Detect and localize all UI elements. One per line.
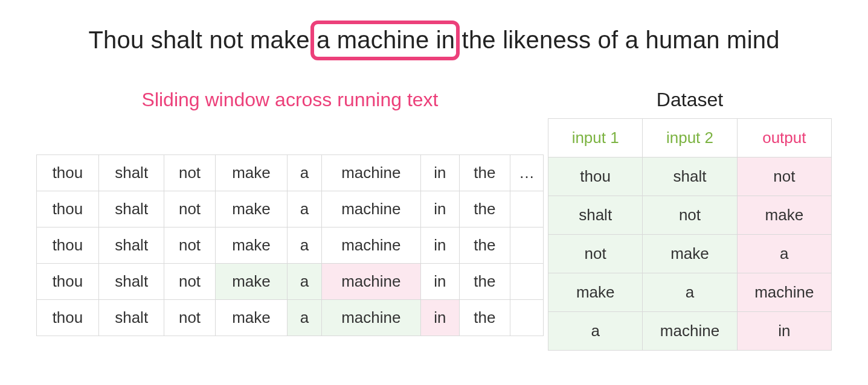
token-cell: in — [421, 264, 460, 300]
token-cell: not — [164, 228, 215, 264]
token-cell: shalt — [98, 300, 164, 336]
token-cell: make — [215, 264, 288, 300]
token-cell: thou — [37, 228, 99, 264]
columns-row: Sliding window across running text thous… — [0, 89, 868, 351]
token-cell: in — [421, 155, 460, 191]
output-cell: make — [737, 196, 831, 235]
token-cell: make — [215, 228, 288, 264]
token-cell: the — [459, 228, 510, 264]
token-cell: shalt — [98, 191, 164, 228]
input-cell: a — [643, 273, 737, 312]
sentence-word: Thou — [88, 27, 144, 53]
token-cell: machine — [321, 228, 421, 264]
ellipsis-cell — [510, 300, 544, 336]
token-cell: thou — [37, 155, 99, 191]
input-cell: not — [643, 196, 737, 235]
output-cell: in — [737, 312, 831, 351]
token-cell: the — [459, 155, 510, 191]
token-cell: not — [164, 264, 215, 300]
output-cell: a — [737, 235, 831, 273]
token-cell: make — [215, 191, 288, 228]
token-cell: a — [288, 155, 321, 191]
input-cell: a — [548, 312, 643, 351]
sliding-window-table: thoushaltnotmakeamachineinthe…thoushaltn… — [36, 154, 544, 336]
token-cell: make — [215, 155, 288, 191]
token-cell: the — [459, 264, 510, 300]
ellipsis-cell: … — [510, 155, 544, 191]
sentence-word: the — [462, 27, 496, 53]
token-cell: a — [288, 191, 321, 228]
table-row: makeamachine — [548, 273, 832, 312]
output-cell: not — [737, 158, 831, 196]
ellipsis-cell — [510, 191, 544, 228]
ellipsis-cell — [510, 228, 544, 264]
header-input: input 1 — [548, 119, 643, 158]
sentence-word: in — [436, 27, 455, 53]
token-cell: machine — [321, 300, 421, 336]
token-cell: a — [288, 228, 321, 264]
token-cell: a — [288, 300, 321, 336]
sentence-word: not — [210, 27, 243, 53]
table-row: thoushaltnot — [548, 158, 832, 196]
sentence-word: of — [598, 27, 619, 53]
table-header-row: input 1input 2output — [548, 119, 832, 158]
table-row: notmakea — [548, 235, 832, 273]
input-cell: shalt — [548, 196, 643, 235]
title-sentence: Thou shalt not make a machine in the lik… — [0, 27, 868, 54]
table-row: thoushaltnotmakeamachineinthe… — [37, 155, 544, 191]
token-cell: in — [421, 191, 460, 228]
left-column: Sliding window across running text thous… — [36, 89, 544, 351]
token-cell: the — [459, 191, 510, 228]
token-cell: not — [164, 300, 215, 336]
token-cell: machine — [321, 155, 421, 191]
sentence-word: a — [317, 27, 330, 53]
right-caption: Dataset — [548, 89, 832, 111]
token-cell: the — [459, 300, 510, 336]
token-cell: machine — [321, 191, 421, 228]
diagram-canvas: Thou shalt not make a machine in the lik… — [0, 0, 868, 385]
token-cell: thou — [37, 191, 99, 228]
left-caption: Sliding window across running text — [36, 89, 544, 111]
sentence-word: shalt — [151, 27, 203, 53]
input-cell: make — [548, 273, 643, 312]
token-cell: a — [288, 264, 321, 300]
input-cell: thou — [548, 158, 643, 196]
table-row: thoushaltnotmakeamachineinthe — [37, 264, 544, 300]
input-cell: make — [643, 235, 737, 273]
dataset-table: input 1input 2outputthoushaltnotshaltnot… — [548, 118, 832, 351]
token-cell: in — [421, 300, 460, 336]
sentence-word: likeness — [503, 27, 591, 53]
output-cell: machine — [737, 273, 831, 312]
input-cell: not — [548, 235, 643, 273]
token-cell: not — [164, 155, 215, 191]
token-cell: shalt — [98, 155, 164, 191]
sentence-word: mind — [727, 27, 780, 53]
ellipsis-cell — [510, 264, 544, 300]
sentence-word: a — [625, 27, 638, 53]
token-cell: machine — [321, 264, 421, 300]
token-cell: thou — [37, 300, 99, 336]
token-cell: in — [421, 228, 460, 264]
input-cell: shalt — [643, 158, 737, 196]
table-row: shaltnotmake — [548, 196, 832, 235]
sentence-word: human — [645, 27, 719, 53]
token-cell: make — [215, 300, 288, 336]
sentence-word: machine — [337, 27, 429, 53]
header-output: output — [737, 119, 831, 158]
token-cell: thou — [37, 264, 99, 300]
right-column: Dataset input 1input 2outputthoushaltnot… — [548, 89, 832, 351]
input-cell: machine — [643, 312, 737, 351]
token-cell: shalt — [98, 264, 164, 300]
table-row: thoushaltnotmakeamachineinthe — [37, 300, 544, 336]
table-row: thoushaltnotmakeamachineinthe — [37, 228, 544, 264]
token-cell: not — [164, 191, 215, 228]
table-row: thoushaltnotmakeamachineinthe — [37, 191, 544, 228]
token-cell: shalt — [98, 228, 164, 264]
table-row: amachinein — [548, 312, 832, 351]
sentence-word: make — [250, 27, 310, 53]
header-input: input 2 — [643, 119, 737, 158]
